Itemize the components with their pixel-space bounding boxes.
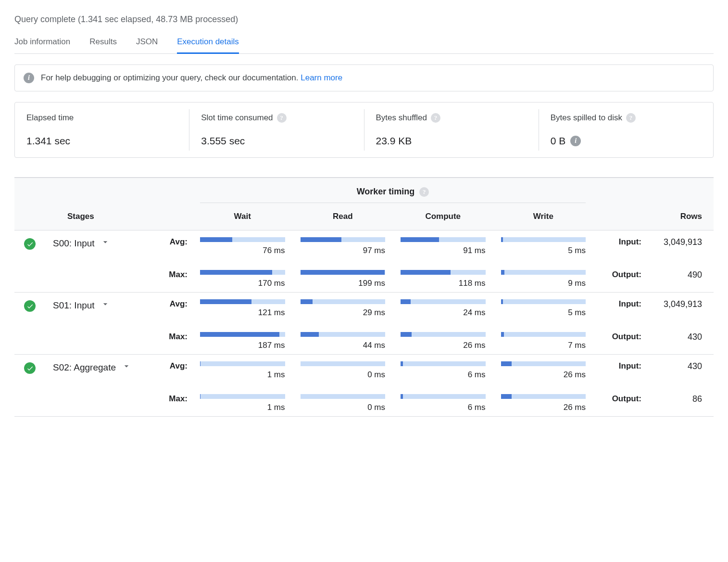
metric-label: Elapsed time <box>26 113 74 123</box>
timing-bar: 29 ms <box>293 299 393 318</box>
col-read: Read <box>293 212 393 221</box>
timing-bar: 170 ms <box>192 270 293 288</box>
timing-bar: 7 ms <box>493 332 594 350</box>
timing-bar: 0 ms <box>293 361 393 380</box>
input-label: Input: <box>619 237 641 246</box>
timing-bar: 118 ms <box>393 270 493 288</box>
banner-text: For help debugging or optimizing your qu… <box>41 73 301 82</box>
help-icon[interactable]: ? <box>431 113 440 123</box>
output-rows: 430 <box>688 332 702 342</box>
timing-bar: 91 ms <box>393 237 493 255</box>
metric-label: Bytes shuffled <box>376 113 427 123</box>
timing-bar: 26 ms <box>493 394 594 412</box>
help-icon[interactable]: ? <box>626 113 636 123</box>
metric-bytes-shuffled: Bytes shuffled?23.9 KB <box>364 109 539 151</box>
output-label: Output: <box>612 394 641 403</box>
stage-s02-aggregate: S02: AggregateAvg:1 ms0 ms6 ms26 msInput… <box>14 355 714 417</box>
check-icon <box>24 238 36 250</box>
timing-bar: 44 ms <box>293 332 393 350</box>
metric-value: 0 B <box>551 135 566 147</box>
input-rows: 3,049,913 <box>664 299 702 309</box>
timing-bar: 6 ms <box>393 361 493 380</box>
avg-label: Avg: <box>170 299 188 308</box>
output-label: Output: <box>612 332 641 341</box>
chevron-down-icon[interactable] <box>122 361 131 373</box>
tab-job-information[interactable]: Job information <box>14 37 70 53</box>
max-label: Max: <box>169 332 188 341</box>
col-wait: Wait <box>192 212 293 221</box>
timing-bar: 24 ms <box>393 299 493 318</box>
avg-label: Avg: <box>170 237 188 246</box>
metric-value: 3.555 sec <box>201 135 245 147</box>
metric-value: 1.341 sec <box>26 135 70 147</box>
output-label: Output: <box>612 270 641 279</box>
metrics-panel: Elapsed time1.341 secSlot time consumed?… <box>14 102 714 158</box>
check-icon <box>24 300 36 312</box>
timing-bar: 97 ms <box>293 237 393 255</box>
metric-elapsed-time: Elapsed time1.341 sec <box>15 109 189 151</box>
metric-label: Bytes spilled to disk <box>551 113 622 123</box>
input-label: Input: <box>619 361 641 370</box>
help-banner: i For help debugging or optimizing your … <box>14 64 714 91</box>
stage-s00-input: S00: InputAvg:76 ms97 ms91 ms5 msInput:3… <box>14 230 714 293</box>
timing-bar: 187 ms <box>192 332 293 350</box>
timing-bar: 9 ms <box>493 270 594 288</box>
info-icon[interactable]: i <box>570 136 581 146</box>
metric-bytes-spilled-to-disk: Bytes spilled to disk?0 Bi <box>539 109 713 151</box>
avg-label: Avg: <box>170 361 188 370</box>
input-rows: 3,049,913 <box>664 237 702 247</box>
query-status: Query complete (1.341 sec elapsed, 48.73… <box>14 14 714 25</box>
output-rows: 86 <box>692 394 702 404</box>
max-label: Max: <box>169 394 188 403</box>
stage-name: S01: Input <box>53 300 95 311</box>
input-label: Input: <box>619 299 641 308</box>
tab-execution-details[interactable]: Execution details <box>177 37 239 53</box>
result-tabs: Job informationResultsJSONExecution deta… <box>14 37 714 54</box>
tab-results[interactable]: Results <box>89 37 117 53</box>
timing-bar: 6 ms <box>393 394 493 412</box>
col-stages: Stages <box>53 212 159 221</box>
stage-name: S00: Input <box>53 238 95 249</box>
timing-bar: 1 ms <box>192 394 293 412</box>
col-write: Write <box>493 212 594 221</box>
worker-timing-table: Worker timing ? Stages Wait Read Compute… <box>14 177 714 417</box>
max-label: Max: <box>169 270 188 279</box>
tab-json[interactable]: JSON <box>136 37 158 53</box>
worker-timing-title: Worker timing <box>357 187 415 197</box>
timing-bar: 26 ms <box>393 332 493 350</box>
stage-name: S02: Aggregate <box>53 362 116 373</box>
timing-bar: 1 ms <box>192 361 293 380</box>
timing-bar: 0 ms <box>293 394 393 412</box>
col-compute: Compute <box>393 212 493 221</box>
learn-more-link[interactable]: Learn more <box>301 73 342 82</box>
help-icon[interactable]: ? <box>277 113 287 123</box>
chevron-down-icon[interactable] <box>100 299 110 311</box>
chevron-down-icon[interactable] <box>100 237 110 249</box>
input-rows: 430 <box>688 361 702 371</box>
timing-bar: 76 ms <box>192 237 293 255</box>
output-rows: 490 <box>688 270 702 280</box>
timing-bar: 199 ms <box>293 270 393 288</box>
timing-bar: 5 ms <box>493 237 594 255</box>
timing-bar: 121 ms <box>192 299 293 318</box>
metric-slot-time-consumed: Slot time consumed?3.555 sec <box>189 109 364 151</box>
help-icon[interactable]: ? <box>419 187 429 197</box>
timing-bar: 5 ms <box>493 299 594 318</box>
metric-label: Slot time consumed <box>201 113 273 123</box>
stage-s01-input: S01: InputAvg:121 ms29 ms24 ms5 msInput:… <box>14 293 714 355</box>
timing-bar: 26 ms <box>493 361 594 380</box>
check-icon <box>24 362 36 374</box>
col-rows: Rows <box>646 212 714 221</box>
info-icon: i <box>24 73 34 83</box>
metric-value: 23.9 KB <box>376 135 412 147</box>
